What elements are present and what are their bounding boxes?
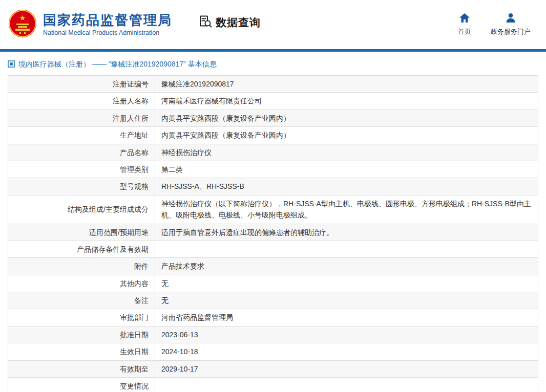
breadcrumb: 境内医疗器械（注册） —— “豫械注准20192090817” 基本信息 bbox=[8, 60, 538, 69]
org-name-en: National Medical Products Administration bbox=[43, 29, 172, 36]
table-row: 批准日期2023-06-13 bbox=[8, 326, 538, 343]
row-label: 结构及组成/主要组成成分 bbox=[8, 195, 155, 224]
table-row: 管理类别第二类 bbox=[8, 161, 538, 178]
data-query-label: 数据查询 bbox=[216, 15, 261, 30]
table-row: 注册证编号豫械注准20192090817 bbox=[8, 76, 538, 93]
row-value bbox=[155, 378, 538, 392]
info-table-wrap: 注册证编号豫械注准20192090817注册人名称河南瑞禾医疗器械有限责任公司注… bbox=[8, 75, 538, 392]
row-value: 河南省药品监督管理局 bbox=[155, 309, 538, 326]
table-row: 变更情况 bbox=[8, 378, 538, 392]
table-row: 产品名称神经损伤治疗仪 bbox=[8, 144, 538, 161]
row-label: 注册人名称 bbox=[8, 93, 155, 110]
row-value: 内黄县平安路西段（康复设备产业园内） bbox=[155, 110, 538, 126]
row-value: 豫械注准20192090817 bbox=[155, 76, 538, 93]
org-name-cn: 国家药品监督管理局 bbox=[43, 13, 172, 28]
row-value: 无 bbox=[155, 292, 538, 309]
data-query-icon bbox=[199, 15, 213, 31]
row-label: 有效期至 bbox=[8, 360, 155, 377]
row-value: 神经损伤治疗仪（以下简称治疗仪），RH-SJSS-A型由主机、电极线、圆形电极、… bbox=[155, 195, 538, 224]
table-row: 生效日期2024-10-18 bbox=[8, 343, 538, 360]
row-label: 注册证编号 bbox=[8, 76, 155, 93]
row-label: 生产地址 bbox=[8, 127, 155, 144]
category-icon bbox=[8, 60, 15, 69]
page: ★ 国家药品监督管理局 National Medical Products Ad… bbox=[0, 0, 546, 392]
header-divider bbox=[0, 49, 546, 52]
row-value: 2024-10-18 bbox=[155, 343, 538, 360]
row-label: 适用范围/预期用途 bbox=[8, 224, 155, 241]
row-value: 2023-06-13 bbox=[155, 326, 538, 343]
row-label: 型号规格 bbox=[8, 178, 155, 195]
table-row: 结构及组成/主要组成成分神经损伤治疗仪（以下简称治疗仪），RH-SJSS-A型由… bbox=[8, 195, 538, 224]
row-value: RH-SJSS-A、RH-SJSS-B bbox=[155, 178, 538, 195]
row-value: 2029-10-17 bbox=[155, 360, 538, 377]
table-row: 产品储存条件及有效期 bbox=[8, 241, 538, 257]
nav-home[interactable]: 首页 bbox=[458, 13, 471, 36]
row-value: 无 bbox=[155, 275, 538, 292]
nav-portal[interactable]: 政务服务门户 bbox=[491, 13, 531, 36]
row-label: 产品名称 bbox=[8, 144, 155, 161]
table-row: 审批部门河南省药品监督管理局 bbox=[8, 309, 538, 326]
data-query-section[interactable]: 数据查询 bbox=[199, 15, 261, 31]
row-label: 产品储存条件及有效期 bbox=[8, 241, 155, 257]
row-label: 变更情况 bbox=[8, 378, 155, 392]
table-row: 生产地址内黄县平安路西段（康复设备产业园内） bbox=[8, 127, 538, 144]
row-value: 产品技术要求 bbox=[155, 258, 538, 275]
row-value: 第二类 bbox=[155, 161, 538, 178]
row-label: 管理类别 bbox=[8, 161, 155, 178]
row-label: 批准日期 bbox=[8, 326, 155, 343]
info-table-body: 注册证编号豫械注准20192090817注册人名称河南瑞禾医疗器械有限责任公司注… bbox=[8, 76, 538, 392]
table-row: 注册人名称河南瑞禾医疗器械有限责任公司 bbox=[8, 93, 538, 110]
table-row: 附件产品技术要求 bbox=[8, 258, 538, 275]
row-label: 生效日期 bbox=[8, 343, 155, 360]
row-label: 注册人住所 bbox=[8, 110, 155, 126]
row-value: 神经损伤治疗仪 bbox=[155, 144, 538, 161]
nav-portal-label: 政务服务门户 bbox=[491, 27, 531, 36]
row-label: 审批部门 bbox=[8, 309, 155, 326]
row-label: 附件 bbox=[8, 258, 155, 275]
nav-home-label: 首页 bbox=[458, 27, 471, 36]
table-row: 其他内容无 bbox=[8, 275, 538, 292]
row-value: 河南瑞禾医疗器械有限责任公司 bbox=[155, 93, 538, 110]
svg-text:★: ★ bbox=[19, 13, 26, 22]
row-value: 适用于脑血管意外后遗症出现的偏瘫患者的辅助治疗。 bbox=[155, 224, 538, 241]
table-row: 适用范围/预期用途适用于脑血管意外后遗症出现的偏瘫患者的辅助治疗。 bbox=[8, 224, 538, 241]
table-row: 备注无 bbox=[8, 292, 538, 309]
home-icon bbox=[459, 13, 470, 27]
table-row: 注册人住所内黄县平安路西段（康复设备产业园内） bbox=[8, 110, 538, 126]
table-row: 有效期至2029-10-17 bbox=[8, 360, 538, 377]
national-emblem-logo: ★ bbox=[8, 9, 37, 40]
header: ★ 国家药品监督管理局 National Medical Products Ad… bbox=[0, 0, 546, 49]
row-label: 备注 bbox=[8, 292, 155, 309]
row-value: 内黄县平安路西段（康复设备产业园内） bbox=[155, 127, 538, 144]
row-value bbox=[155, 241, 538, 257]
header-nav: 首页 政务服务门户 bbox=[458, 13, 538, 36]
breadcrumb-text: 境内医疗器械（注册） —— “豫械注准20192090817” 基本信息 bbox=[18, 60, 217, 69]
table-row: 型号规格RH-SJSS-A、RH-SJSS-B bbox=[8, 178, 538, 195]
user-icon bbox=[506, 13, 516, 27]
row-label: 其他内容 bbox=[8, 275, 155, 292]
org-title-block: 国家药品监督管理局 National Medical Products Admi… bbox=[43, 13, 172, 37]
info-table: 注册证编号豫械注准20192090817注册人名称河南瑞禾医疗器械有限责任公司注… bbox=[8, 75, 538, 392]
